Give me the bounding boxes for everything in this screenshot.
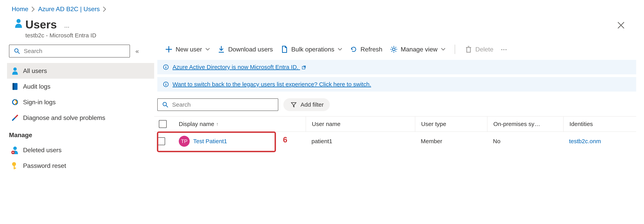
add-filter-label: Add filter [300, 101, 324, 108]
info-icon [163, 82, 168, 87]
filter-row: Add filter [154, 94, 636, 116]
svg-point-33 [163, 102, 166, 106]
download-icon [217, 45, 226, 53]
avatar: TP [179, 136, 190, 147]
chevron-down-icon [441, 48, 445, 51]
add-filter-button[interactable]: Add filter [283, 98, 330, 111]
tool-label: New user [176, 46, 202, 53]
wrench-icon [11, 114, 19, 122]
sidebar-search[interactable] [9, 45, 130, 58]
chevron-down-icon [338, 48, 342, 51]
annotation-number: 6 [283, 135, 287, 144]
toolbar-divider [455, 45, 455, 54]
sidebar-item-audit-logs[interactable]: Audit logs [7, 79, 154, 94]
key-icon [11, 162, 19, 170]
column-display-name[interactable]: Display name ↑ [173, 117, 306, 132]
svg-line-2 [18, 52, 20, 54]
tool-label: Delete [476, 46, 494, 53]
user-silhouette-icon [14, 19, 23, 27]
trash-icon [464, 45, 473, 53]
refresh-icon [350, 45, 358, 53]
more-menu-icon[interactable]: ··· [64, 23, 70, 30]
page-subtitle: testb2c - Microsoft Entra ID [25, 32, 618, 39]
svg-rect-5 [12, 83, 14, 90]
column-user-name[interactable]: User name [306, 117, 415, 132]
info-banner-entra: Azure Active Directory is now Microsoft … [157, 60, 636, 74]
sidebar-item-label: Sign-in logs [23, 99, 56, 106]
svg-point-0 [16, 19, 21, 23]
search-icon [161, 100, 170, 109]
deleted-user-icon [11, 146, 19, 154]
table-row[interactable]: TP Test Patient1 patient1 Member No test… [154, 132, 636, 151]
sidebar-section-manage: Manage [7, 126, 154, 142]
search-icon [13, 47, 21, 55]
sort-ascending-icon: ↑ [216, 121, 218, 127]
users-table: Display name ↑ User name User type On-pr… [154, 116, 636, 151]
info-icon [163, 64, 168, 70]
download-users-button[interactable]: Download users [217, 45, 273, 53]
user-icon [11, 67, 19, 75]
sidebar-item-label: All users [23, 67, 47, 74]
main-search-input[interactable] [172, 101, 274, 108]
svg-point-1 [15, 49, 18, 52]
cell-identities[interactable]: testb2c.onm [563, 138, 633, 145]
svg-rect-10 [14, 165, 15, 169]
cell-user-type: Member [415, 138, 487, 145]
svg-line-18 [392, 47, 392, 48]
signin-icon [11, 98, 19, 106]
close-icon[interactable] [618, 22, 624, 29]
sidebar-item-password-reset[interactable]: Password reset [7, 158, 154, 174]
sidebar-item-label: Deleted users [23, 147, 62, 154]
column-user-type[interactable]: User type [415, 117, 487, 132]
svg-rect-8 [12, 152, 14, 153]
bulk-operations-button[interactable]: Bulk operations [280, 45, 342, 53]
svg-rect-11 [14, 168, 16, 169]
more-menu-icon[interactable]: ··· [501, 45, 507, 54]
sidebar: « All users Audit logs Sign-in logs Diag… [0, 44, 154, 174]
sidebar-item-all-users[interactable]: All users [7, 63, 154, 79]
manage-view-button[interactable]: Manage view [390, 45, 445, 53]
checkbox[interactable] [159, 120, 167, 128]
sidebar-item-label: Diagnose and solve problems [23, 114, 106, 122]
toolbar: New user Download users Bulk operations [154, 44, 636, 60]
info-banner-link[interactable]: Azure Active Directory is now Microsoft … [172, 64, 306, 70]
collapse-sidebar-icon[interactable]: « [136, 48, 136, 55]
sidebar-item-signin-logs[interactable]: Sign-in logs [7, 94, 154, 110]
main-search[interactable] [157, 98, 278, 111]
chevron-right-icon [31, 7, 35, 12]
user-display-name-link[interactable]: Test Patient1 [193, 138, 227, 145]
table-header: Display name ↑ User name User type On-pr… [154, 116, 636, 132]
refresh-button[interactable]: Refresh [350, 45, 382, 53]
main-content: New user Download users Bulk operations [154, 44, 644, 174]
sidebar-item-diagnose[interactable]: Diagnose and solve problems [7, 110, 154, 126]
new-user-button[interactable]: New user [165, 45, 210, 53]
svg-line-29 [304, 66, 306, 68]
delete-button[interactable]: Delete [464, 45, 494, 53]
info-banner-link[interactable]: Want to switch back to the legacy users … [172, 81, 371, 88]
breadcrumb: Home Azure AD B2C | Users [0, 0, 644, 16]
svg-point-3 [13, 67, 16, 71]
sidebar-search-input[interactable] [24, 48, 126, 54]
row-checkbox[interactable] [157, 137, 165, 145]
breadcrumb-users[interactable]: Azure AD B2C | Users [38, 6, 100, 13]
plus-icon [165, 45, 173, 53]
tool-label: Bulk operations [291, 46, 334, 53]
chevron-down-icon [206, 48, 210, 51]
info-banner-text: Azure Active Directory is now Microsoft … [172, 64, 298, 70]
breadcrumb-home[interactable]: Home [12, 6, 28, 13]
document-icon [280, 45, 289, 53]
gear-icon [390, 45, 398, 53]
column-identities[interactable]: Identities [563, 117, 633, 132]
svg-point-13 [392, 48, 395, 51]
svg-line-34 [166, 106, 168, 107]
svg-rect-22 [466, 48, 470, 52]
column-on-premises[interactable]: On-premises sy… [487, 117, 563, 132]
sidebar-item-label: Audit logs [23, 83, 50, 90]
svg-line-20 [396, 47, 396, 48]
sidebar-item-deleted-users[interactable]: Deleted users [7, 142, 154, 158]
sidebar-item-label: Password reset [23, 162, 66, 169]
svg-point-27 [166, 66, 166, 66]
cell-user-name: patient1 [306, 138, 415, 145]
column-label: Display name [179, 121, 214, 127]
column-select-all[interactable] [157, 117, 173, 132]
